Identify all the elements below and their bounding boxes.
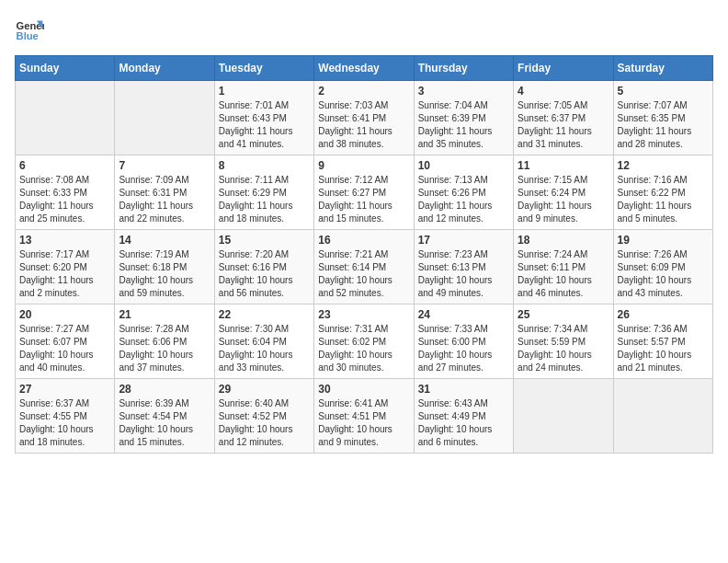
weekday-header: Wednesday	[314, 56, 414, 81]
calendar-cell	[115, 81, 214, 155]
calendar-cell: 3Sunrise: 7:04 AM Sunset: 6:39 PM Daylig…	[414, 81, 513, 155]
day-number: 20	[19, 308, 110, 321]
day-detail: Sunrise: 7:04 AM Sunset: 6:39 PM Dayligh…	[418, 99, 509, 151]
day-detail: Sunrise: 7:28 AM Sunset: 6:06 PM Dayligh…	[119, 323, 210, 374]
day-number: 16	[318, 234, 409, 247]
calendar-cell: 24Sunrise: 7:33 AM Sunset: 6:00 PM Dayli…	[414, 304, 513, 379]
calendar-cell: 1Sunrise: 7:01 AM Sunset: 6:43 PM Daylig…	[214, 81, 313, 155]
day-number: 19	[618, 234, 709, 247]
calendar-cell: 28Sunrise: 6:39 AM Sunset: 4:54 PM Dayli…	[115, 379, 214, 454]
calendar-cell	[514, 379, 613, 454]
day-detail: Sunrise: 7:31 AM Sunset: 6:02 PM Dayligh…	[318, 323, 409, 374]
day-detail: Sunrise: 7:15 AM Sunset: 6:24 PM Dayligh…	[518, 174, 609, 225]
day-detail: Sunrise: 7:20 AM Sunset: 6:16 PM Dayligh…	[219, 248, 310, 300]
calendar-cell: 31Sunrise: 6:43 AM Sunset: 4:49 PM Dayli…	[414, 379, 513, 454]
day-detail: Sunrise: 7:34 AM Sunset: 5:59 PM Dayligh…	[518, 323, 609, 374]
day-number: 23	[318, 308, 409, 321]
calendar-cell: 21Sunrise: 7:28 AM Sunset: 6:06 PM Dayli…	[115, 304, 214, 379]
calendar-body: 1Sunrise: 7:01 AM Sunset: 6:43 PM Daylig…	[16, 81, 713, 454]
day-detail: Sunrise: 7:11 AM Sunset: 6:29 PM Dayligh…	[219, 174, 310, 225]
calendar-cell: 12Sunrise: 7:16 AM Sunset: 6:22 PM Dayli…	[613, 155, 712, 230]
calendar-cell: 14Sunrise: 7:19 AM Sunset: 6:18 PM Dayli…	[115, 230, 214, 304]
calendar-cell: 8Sunrise: 7:11 AM Sunset: 6:29 PM Daylig…	[214, 155, 313, 230]
weekday-header: Tuesday	[214, 56, 313, 81]
calendar-header: SundayMondayTuesdayWednesdayThursdayFrid…	[16, 56, 713, 81]
calendar-cell: 17Sunrise: 7:23 AM Sunset: 6:13 PM Dayli…	[414, 230, 513, 304]
day-number: 5	[618, 85, 709, 98]
day-number: 4	[518, 85, 609, 98]
calendar-week: 13Sunrise: 7:17 AM Sunset: 6:20 PM Dayli…	[16, 230, 713, 304]
weekday-header: Monday	[115, 56, 214, 81]
calendar-cell: 5Sunrise: 7:07 AM Sunset: 6:35 PM Daylig…	[613, 81, 712, 155]
calendar-cell: 9Sunrise: 7:12 AM Sunset: 6:27 PM Daylig…	[314, 155, 414, 230]
day-detail: Sunrise: 7:16 AM Sunset: 6:22 PM Dayligh…	[618, 174, 709, 225]
day-detail: Sunrise: 7:12 AM Sunset: 6:27 PM Dayligh…	[318, 174, 409, 225]
day-detail: Sunrise: 7:33 AM Sunset: 6:00 PM Dayligh…	[418, 323, 509, 374]
calendar-week: 20Sunrise: 7:27 AM Sunset: 6:07 PM Dayli…	[16, 304, 713, 379]
day-number: 30	[318, 383, 409, 396]
calendar-cell: 13Sunrise: 7:17 AM Sunset: 6:20 PM Dayli…	[16, 230, 115, 304]
day-number: 31	[418, 383, 509, 396]
calendar-cell: 18Sunrise: 7:24 AM Sunset: 6:11 PM Dayli…	[514, 230, 613, 304]
day-number: 29	[219, 383, 310, 396]
day-detail: Sunrise: 6:43 AM Sunset: 4:49 PM Dayligh…	[418, 397, 509, 449]
day-detail: Sunrise: 7:27 AM Sunset: 6:07 PM Dayligh…	[19, 323, 110, 374]
calendar-cell: 26Sunrise: 7:36 AM Sunset: 5:57 PM Dayli…	[613, 304, 712, 379]
day-number: 27	[19, 383, 110, 396]
calendar-cell: 25Sunrise: 7:34 AM Sunset: 5:59 PM Dayli…	[514, 304, 613, 379]
day-detail: Sunrise: 7:21 AM Sunset: 6:14 PM Dayligh…	[318, 248, 409, 300]
day-number: 13	[19, 234, 110, 247]
day-detail: Sunrise: 6:40 AM Sunset: 4:52 PM Dayligh…	[219, 397, 310, 449]
calendar-cell: 2Sunrise: 7:03 AM Sunset: 6:41 PM Daylig…	[314, 81, 414, 155]
weekday-header: Saturday	[613, 56, 712, 81]
calendar-cell: 22Sunrise: 7:30 AM Sunset: 6:04 PM Dayli…	[214, 304, 313, 379]
calendar-cell: 4Sunrise: 7:05 AM Sunset: 6:37 PM Daylig…	[514, 81, 613, 155]
calendar-cell: 11Sunrise: 7:15 AM Sunset: 6:24 PM Dayli…	[514, 155, 613, 230]
weekday-header: Sunday	[16, 56, 115, 81]
day-number: 24	[418, 308, 509, 321]
day-number: 14	[119, 234, 210, 247]
day-detail: Sunrise: 7:19 AM Sunset: 6:18 PM Dayligh…	[119, 248, 210, 300]
calendar-cell: 16Sunrise: 7:21 AM Sunset: 6:14 PM Dayli…	[314, 230, 414, 304]
weekday-header: Thursday	[414, 56, 513, 81]
day-number: 10	[418, 159, 509, 172]
calendar-cell: 20Sunrise: 7:27 AM Sunset: 6:07 PM Dayli…	[16, 304, 115, 379]
day-number: 6	[19, 159, 110, 172]
day-detail: Sunrise: 7:08 AM Sunset: 6:33 PM Dayligh…	[19, 174, 110, 225]
day-detail: Sunrise: 7:26 AM Sunset: 6:09 PM Dayligh…	[618, 248, 709, 300]
day-detail: Sunrise: 6:39 AM Sunset: 4:54 PM Dayligh…	[119, 397, 210, 449]
day-detail: Sunrise: 7:17 AM Sunset: 6:20 PM Dayligh…	[19, 248, 110, 300]
day-detail: Sunrise: 6:41 AM Sunset: 4:51 PM Dayligh…	[318, 397, 409, 449]
day-detail: Sunrise: 6:37 AM Sunset: 4:55 PM Dayligh…	[19, 397, 110, 449]
day-detail: Sunrise: 7:13 AM Sunset: 6:26 PM Dayligh…	[418, 174, 509, 225]
day-number: 9	[318, 159, 409, 172]
calendar-table: SundayMondayTuesdayWednesdayThursdayFrid…	[15, 55, 713, 454]
day-detail: Sunrise: 7:30 AM Sunset: 6:04 PM Dayligh…	[219, 323, 310, 374]
calendar-cell: 30Sunrise: 6:41 AM Sunset: 4:51 PM Dayli…	[314, 379, 414, 454]
day-detail: Sunrise: 7:09 AM Sunset: 6:31 PM Dayligh…	[119, 174, 210, 225]
day-detail: Sunrise: 7:24 AM Sunset: 6:11 PM Dayligh…	[518, 248, 609, 300]
calendar-cell: 10Sunrise: 7:13 AM Sunset: 6:26 PM Dayli…	[414, 155, 513, 230]
day-number: 15	[219, 234, 310, 247]
calendar-cell: 7Sunrise: 7:09 AM Sunset: 6:31 PM Daylig…	[115, 155, 214, 230]
day-number: 2	[318, 85, 409, 98]
calendar-week: 1Sunrise: 7:01 AM Sunset: 6:43 PM Daylig…	[16, 81, 713, 155]
calendar-cell	[613, 379, 712, 454]
header-row: SundayMondayTuesdayWednesdayThursdayFrid…	[16, 56, 713, 81]
calendar-cell: 27Sunrise: 6:37 AM Sunset: 4:55 PM Dayli…	[16, 379, 115, 454]
weekday-header: Friday	[514, 56, 613, 81]
calendar-cell	[16, 81, 115, 155]
calendar-week: 27Sunrise: 6:37 AM Sunset: 4:55 PM Dayli…	[16, 379, 713, 454]
day-detail: Sunrise: 7:03 AM Sunset: 6:41 PM Dayligh…	[318, 99, 409, 151]
logo: General Blue	[15, 15, 48, 44]
day-number: 17	[418, 234, 509, 247]
day-detail: Sunrise: 7:36 AM Sunset: 5:57 PM Dayligh…	[618, 323, 709, 374]
day-number: 11	[518, 159, 609, 172]
day-number: 3	[418, 85, 509, 98]
day-number: 7	[119, 159, 210, 172]
day-detail: Sunrise: 7:05 AM Sunset: 6:37 PM Dayligh…	[518, 99, 609, 151]
day-detail: Sunrise: 7:07 AM Sunset: 6:35 PM Dayligh…	[618, 99, 709, 151]
calendar-cell: 23Sunrise: 7:31 AM Sunset: 6:02 PM Dayli…	[314, 304, 414, 379]
day-detail: Sunrise: 7:23 AM Sunset: 6:13 PM Dayligh…	[418, 248, 509, 300]
calendar-cell: 29Sunrise: 6:40 AM Sunset: 4:52 PM Dayli…	[214, 379, 313, 454]
